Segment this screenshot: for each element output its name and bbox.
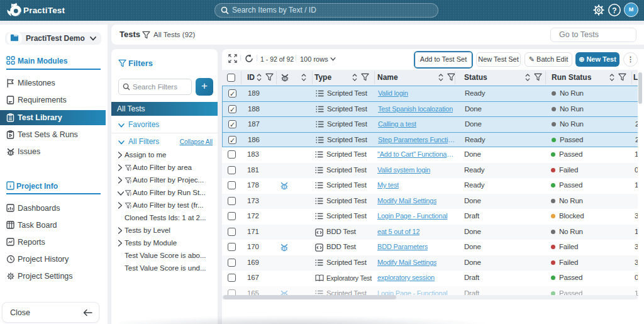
svg-text:?: ? <box>612 6 616 15</box>
